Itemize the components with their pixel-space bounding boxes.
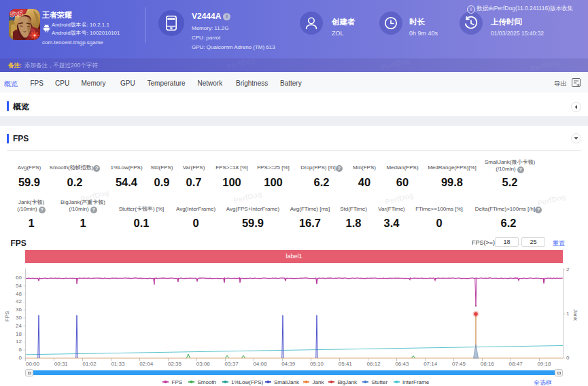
svg-text:5v5: 5v5 [10,9,23,18]
